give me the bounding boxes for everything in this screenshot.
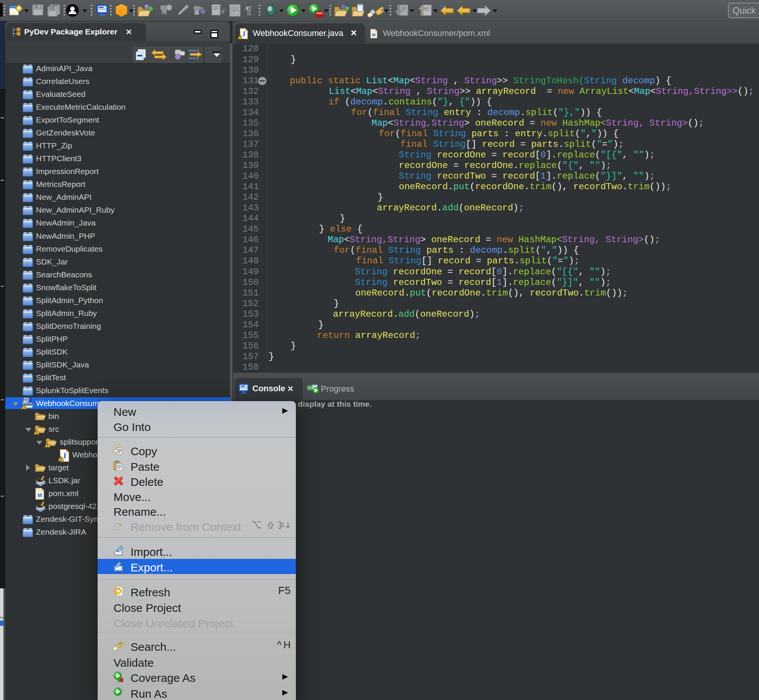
svg-text:M: M <box>25 398 28 402</box>
svg-text:C: C <box>168 5 171 10</box>
svg-text:M: M <box>372 33 375 37</box>
svg-text:J: J <box>29 397 32 403</box>
svg-text:M: M <box>37 492 42 498</box>
